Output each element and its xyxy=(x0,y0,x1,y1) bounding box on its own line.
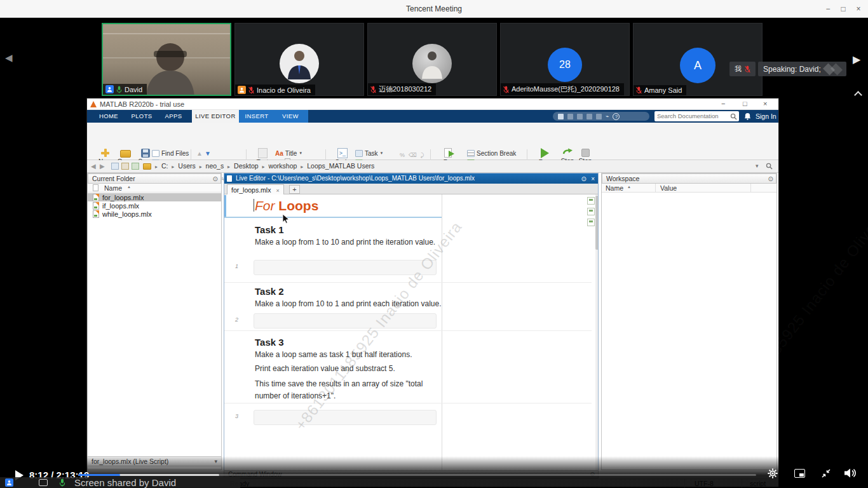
uncomment-icon[interactable]: ⌫ xyxy=(409,152,417,158)
file-row[interactable]: if_loops.mlx xyxy=(88,201,221,210)
help-icon[interactable]: ? xyxy=(613,113,620,120)
address-search-icon[interactable] xyxy=(766,163,773,170)
tab-apps[interactable]: APPS xyxy=(158,110,189,123)
breadcrumb-segment[interactable]: neo_s xyxy=(206,162,224,170)
forward-icon[interactable]: ▶ xyxy=(100,163,105,170)
breadcrumb-segment[interactable]: Desktop xyxy=(234,162,259,170)
mlx-file-icon xyxy=(93,194,99,201)
panel-menu-icon[interactable]: ⊙ xyxy=(768,175,773,184)
participant-name: David xyxy=(125,86,142,93)
output-right-icon[interactable] xyxy=(587,219,595,226)
file-row[interactable]: while_loops.mlx xyxy=(88,210,221,218)
matlab-logo-icon xyxy=(90,101,97,107)
comment-icon[interactable]: % xyxy=(400,152,405,158)
strip-scroll-left-icon[interactable]: ◀ xyxy=(5,52,13,64)
live-editor-titlebar[interactable]: Live Editor - C:\Users\neo_s\Desktop\wor… xyxy=(224,173,598,184)
section-break-button[interactable]: Section Break xyxy=(467,149,516,157)
doc-search-box[interactable] xyxy=(654,111,739,121)
video-tile-david[interactable]: David xyxy=(102,23,231,96)
avatar: A xyxy=(680,48,715,83)
undo-icon[interactable] xyxy=(587,114,592,119)
mouse-cursor xyxy=(282,214,290,224)
minimize-button[interactable]: − xyxy=(821,4,835,14)
matlab-close-button[interactable]: × xyxy=(763,100,767,107)
folder-column-header[interactable]: Name ▲ xyxy=(88,184,221,193)
ws-value-column: Value xyxy=(660,184,677,192)
up-folder-icon[interactable] xyxy=(132,163,139,170)
new-tab-button[interactable]: + xyxy=(289,185,300,194)
tab-live-editor[interactable]: LIVE EDITOR xyxy=(192,110,239,123)
notifications-bell-icon[interactable] xyxy=(744,112,751,120)
column-divider[interactable] xyxy=(750,184,751,193)
tab-home[interactable]: HOME xyxy=(92,110,125,123)
participant-name: Amany Said xyxy=(644,86,682,94)
file-row-selected[interactable]: for_loops.mlx xyxy=(88,193,221,201)
video-tile-aderito[interactable]: 28 AderitoMausse(巴托)_2020290128 xyxy=(500,23,630,96)
wrap-icon[interactable]: ⤸ xyxy=(421,152,424,159)
search-icon[interactable] xyxy=(730,113,737,120)
link-icon[interactable]: ⌁ xyxy=(606,113,609,119)
breadcrumb-segment[interactable]: Loops_MATLAB Users xyxy=(307,162,374,170)
toc-icon[interactable] xyxy=(587,197,595,205)
down-arrow-icon[interactable]: ▼ xyxy=(205,150,211,157)
code-placeholder-3[interactable] xyxy=(254,410,437,425)
matlab-maximize-button[interactable]: □ xyxy=(743,100,747,107)
copy-icon[interactable] xyxy=(577,114,583,119)
scrollbar-thumb[interactable] xyxy=(595,196,598,250)
ribbon: New ▼ Open ▼ Save ▼ Find Files xyxy=(87,123,778,160)
mlx-file-icon xyxy=(93,210,99,218)
close-button[interactable]: × xyxy=(851,4,865,14)
new-folder-icon[interactable] xyxy=(121,163,129,170)
video-tile-amany[interactable]: A Amany Said xyxy=(633,23,763,96)
address-bar: ◀ ▶ ▸ C: ▸ Users ▸ neo_s ▸ Desktop ▸ wor… xyxy=(87,160,778,173)
participant-label: David xyxy=(103,84,147,95)
save-icon[interactable] xyxy=(558,114,564,119)
matlab-minimize-button[interactable]: − xyxy=(721,100,725,107)
find-files-button[interactable]: Find Files xyxy=(152,149,189,157)
code-placeholder-1[interactable] xyxy=(254,260,437,275)
cut-icon[interactable] xyxy=(567,114,573,119)
tab-insert[interactable]: INSERT xyxy=(239,110,275,123)
meeting-window-title: Tencent Meeting xyxy=(0,4,868,13)
doc-search-input[interactable] xyxy=(657,112,727,120)
mic-muted-icon xyxy=(503,86,509,93)
output-inline-icon[interactable] xyxy=(587,208,595,215)
volume-icon[interactable] xyxy=(844,468,858,478)
exit-fullscreen-icon[interactable] xyxy=(821,468,831,478)
strip-collapse-icon[interactable] xyxy=(854,91,862,99)
picture-in-picture-icon[interactable] xyxy=(794,469,805,478)
column-divider[interactable] xyxy=(655,184,656,193)
video-tile-inacio[interactable]: Inacio de Oliveira xyxy=(234,23,364,96)
title-style-button[interactable]: Aa Title ▼ xyxy=(275,149,302,157)
maximize-button[interactable]: □ xyxy=(836,4,850,14)
workspace-column-header[interactable]: Name ▲ Value xyxy=(602,184,776,193)
address-dropdown-icon[interactable]: ▾ xyxy=(756,163,759,169)
panel-menu-icon[interactable]: ⊙ xyxy=(581,174,587,184)
browse-folder-icon[interactable] xyxy=(111,163,119,170)
video-tile-3[interactable]: 迈德2018030212 xyxy=(367,23,497,96)
breadcrumb-segment[interactable]: Users xyxy=(178,162,195,170)
tab-close-icon[interactable]: × xyxy=(276,187,279,194)
editor-scrollbar[interactable] xyxy=(595,194,598,470)
matlab-title: MATLAB R2020b - trial use xyxy=(100,100,184,108)
editor-tab-for-loops[interactable]: for_loops.mlx × xyxy=(227,184,284,194)
settings-gear-icon[interactable] xyxy=(767,468,778,479)
breadcrumb-segment[interactable]: C: xyxy=(161,162,168,170)
sign-in-button[interactable]: Sign In xyxy=(756,112,776,120)
speaking-text: Speaking: David; xyxy=(763,65,821,74)
tab-plots[interactable]: PLOTS xyxy=(125,110,158,123)
file-type-column-icon xyxy=(93,184,98,191)
panel-close-icon[interactable]: × xyxy=(591,174,595,184)
run-section-icon xyxy=(444,148,454,158)
task-button[interactable]: Task ▼ xyxy=(355,149,384,157)
up-arrow-icon[interactable]: ▲ xyxy=(196,150,203,157)
navigate-arrows[interactable]: ▲ ▼ xyxy=(196,149,211,157)
code-placeholder-2[interactable] xyxy=(254,313,437,329)
strip-scroll-right-icon[interactable]: ▶ xyxy=(853,53,860,65)
back-icon[interactable]: ◀ xyxy=(91,163,96,170)
redo-icon[interactable] xyxy=(596,114,602,119)
tab-view[interactable]: VIEW xyxy=(275,110,306,123)
panel-menu-icon[interactable]: ⊙ xyxy=(213,175,218,184)
editor-document[interactable]: For Loops Task 1 Make a loop from 1 to 1… xyxy=(224,194,598,470)
breadcrumb-segment[interactable]: workshop xyxy=(268,162,297,170)
